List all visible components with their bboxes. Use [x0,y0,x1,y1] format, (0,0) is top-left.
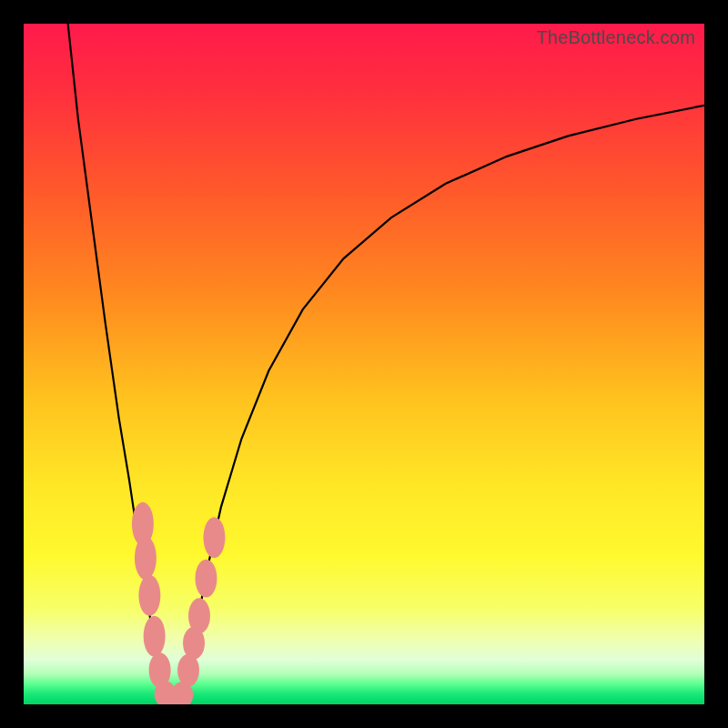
svg-rect-0 [24,24,704,704]
plot-area: TheBottleneck.com [24,24,704,704]
chart-frame: TheBottleneck.com [0,0,728,728]
gradient-background [24,24,704,704]
watermark-text: TheBottleneck.com [536,27,695,48]
